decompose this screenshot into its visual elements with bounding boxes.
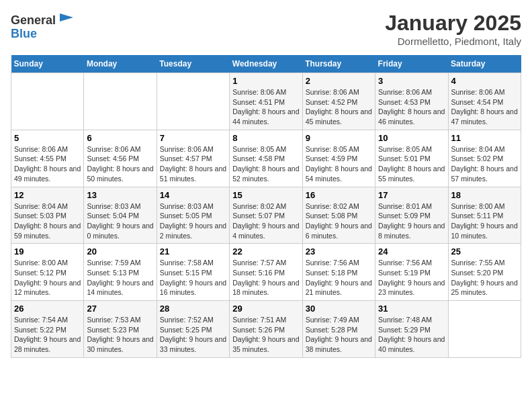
calendar-cell: 25Sunrise: 7:55 AM Sunset: 5:20 PM Dayli…	[448, 244, 521, 301]
page-header: General Blue January 2025 Dormelletto, P…	[11, 11, 521, 47]
title-block: January 2025 Dormelletto, Piedmont, Ital…	[385, 11, 521, 47]
logo-general-text: General	[11, 13, 56, 28]
day-number: 16	[306, 190, 372, 200]
day-info: Sunrise: 8:00 AM Sunset: 5:12 PM Dayligh…	[14, 258, 81, 298]
calendar-cell: 20Sunrise: 7:59 AM Sunset: 5:13 PM Dayli…	[84, 244, 157, 301]
day-info: Sunrise: 8:05 AM Sunset: 4:58 PM Dayligh…	[232, 144, 299, 184]
day-info: Sunrise: 8:06 AM Sunset: 4:54 PM Dayligh…	[451, 87, 518, 127]
day-info: Sunrise: 8:05 AM Sunset: 4:59 PM Dayligh…	[306, 144, 372, 184]
calendar-cell: 21Sunrise: 7:58 AM Sunset: 5:15 PM Dayli…	[157, 244, 229, 301]
calendar-cell: 19Sunrise: 8:00 AM Sunset: 5:12 PM Dayli…	[11, 244, 84, 301]
day-info: Sunrise: 8:06 AM Sunset: 4:55 PM Dayligh…	[14, 144, 81, 184]
day-info: Sunrise: 7:56 AM Sunset: 5:18 PM Dayligh…	[306, 258, 372, 298]
day-info: Sunrise: 8:04 AM Sunset: 5:03 PM Dayligh…	[14, 201, 81, 241]
day-number: 17	[378, 190, 445, 200]
week-row-2: 5Sunrise: 8:06 AM Sunset: 4:55 PM Daylig…	[11, 130, 521, 187]
logo: General Blue	[11, 11, 76, 41]
day-info: Sunrise: 8:00 AM Sunset: 5:11 PM Dayligh…	[451, 201, 518, 241]
calendar-cell: 24Sunrise: 7:56 AM Sunset: 5:19 PM Dayli…	[375, 244, 448, 301]
calendar-cell: 8Sunrise: 8:05 AM Sunset: 4:58 PM Daylig…	[230, 130, 302, 187]
day-number: 23	[306, 246, 372, 257]
subtitle: Dormelletto, Piedmont, Italy	[385, 36, 521, 47]
calendar-cell	[84, 73, 157, 130]
day-number: 29	[232, 304, 299, 314]
week-row-1: 1Sunrise: 8:06 AM Sunset: 4:51 PM Daylig…	[11, 73, 521, 130]
calendar-cell: 28Sunrise: 7:52 AM Sunset: 5:25 PM Dayli…	[157, 301, 229, 358]
calendar-cell: 9Sunrise: 8:05 AM Sunset: 4:59 PM Daylig…	[302, 130, 375, 187]
calendar-cell: 7Sunrise: 8:06 AM Sunset: 4:57 PM Daylig…	[157, 130, 229, 187]
day-info: Sunrise: 8:02 AM Sunset: 5:07 PM Dayligh…	[232, 201, 299, 241]
day-info: Sunrise: 8:01 AM Sunset: 5:09 PM Dayligh…	[378, 201, 445, 241]
day-info: Sunrise: 7:51 AM Sunset: 5:26 PM Dayligh…	[232, 315, 299, 355]
day-number: 8	[232, 133, 299, 143]
calendar-cell: 5Sunrise: 8:06 AM Sunset: 4:55 PM Daylig…	[11, 130, 84, 187]
calendar-cell: 2Sunrise: 8:06 AM Sunset: 4:52 PM Daylig…	[302, 73, 375, 130]
day-number: 1	[232, 76, 299, 86]
day-info: Sunrise: 7:54 AM Sunset: 5:22 PM Dayligh…	[14, 315, 81, 355]
day-info: Sunrise: 8:04 AM Sunset: 5:02 PM Dayligh…	[451, 144, 518, 184]
day-number: 12	[14, 190, 81, 200]
calendar-cell: 14Sunrise: 8:03 AM Sunset: 5:05 PM Dayli…	[157, 187, 229, 244]
calendar-cell: 3Sunrise: 8:06 AM Sunset: 4:53 PM Daylig…	[375, 73, 448, 130]
calendar-cell: 1Sunrise: 8:06 AM Sunset: 4:51 PM Daylig…	[230, 73, 302, 130]
day-info: Sunrise: 8:03 AM Sunset: 5:05 PM Dayligh…	[160, 201, 226, 241]
day-info: Sunrise: 8:06 AM Sunset: 4:52 PM Dayligh…	[306, 87, 372, 127]
day-number: 14	[160, 190, 226, 200]
logo-flag-icon	[57, 11, 76, 30]
calendar-cell: 26Sunrise: 7:54 AM Sunset: 5:22 PM Dayli…	[11, 301, 84, 358]
day-info: Sunrise: 7:59 AM Sunset: 5:13 PM Dayligh…	[87, 258, 153, 298]
day-number: 28	[160, 304, 226, 314]
day-number: 7	[160, 133, 226, 143]
header-row: SundayMondayTuesdayWednesdayThursdayFrid…	[11, 55, 521, 73]
day-info: Sunrise: 7:57 AM Sunset: 5:16 PM Dayligh…	[232, 258, 299, 298]
day-number: 25	[451, 246, 518, 257]
calendar-cell: 12Sunrise: 8:04 AM Sunset: 5:03 PM Dayli…	[11, 187, 84, 244]
day-number: 9	[306, 133, 372, 143]
day-number: 20	[87, 246, 153, 257]
day-number: 3	[378, 76, 445, 86]
calendar-cell: 6Sunrise: 8:06 AM Sunset: 4:56 PM Daylig…	[84, 130, 157, 187]
week-row-4: 19Sunrise: 8:00 AM Sunset: 5:12 PM Dayli…	[11, 244, 521, 301]
day-number: 22	[232, 246, 299, 257]
day-info: Sunrise: 7:53 AM Sunset: 5:23 PM Dayligh…	[87, 315, 153, 355]
day-info: Sunrise: 8:06 AM Sunset: 4:53 PM Dayligh…	[378, 87, 445, 127]
calendar-cell: 23Sunrise: 7:56 AM Sunset: 5:18 PM Dayli…	[302, 244, 375, 301]
day-number: 19	[14, 246, 81, 257]
day-number: 15	[232, 190, 299, 200]
day-info: Sunrise: 7:55 AM Sunset: 5:20 PM Dayligh…	[451, 258, 518, 298]
day-info: Sunrise: 8:05 AM Sunset: 5:01 PM Dayligh…	[378, 144, 445, 184]
header-day-monday: Monday	[84, 55, 157, 73]
day-info: Sunrise: 7:52 AM Sunset: 5:25 PM Dayligh…	[160, 315, 226, 355]
day-info: Sunrise: 7:56 AM Sunset: 5:19 PM Dayligh…	[378, 258, 445, 298]
day-info: Sunrise: 8:06 AM Sunset: 4:56 PM Dayligh…	[87, 144, 153, 184]
calendar-cell: 27Sunrise: 7:53 AM Sunset: 5:23 PM Dayli…	[84, 301, 157, 358]
svg-marker-0	[60, 13, 73, 21]
header-day-wednesday: Wednesday	[230, 55, 302, 73]
calendar-cell: 4Sunrise: 8:06 AM Sunset: 4:54 PM Daylig…	[448, 73, 521, 130]
day-number: 5	[14, 133, 81, 143]
calendar-cell: 29Sunrise: 7:51 AM Sunset: 5:26 PM Dayli…	[230, 301, 302, 358]
day-number: 30	[306, 304, 372, 314]
calendar-cell	[157, 73, 229, 130]
day-number: 24	[378, 246, 445, 257]
day-number: 6	[87, 133, 153, 143]
week-row-3: 12Sunrise: 8:04 AM Sunset: 5:03 PM Dayli…	[11, 187, 521, 244]
day-number: 4	[451, 76, 518, 86]
calendar-table: SundayMondayTuesdayWednesdayThursdayFrid…	[11, 55, 521, 358]
calendar-cell: 30Sunrise: 7:49 AM Sunset: 5:28 PM Dayli…	[302, 301, 375, 358]
day-info: Sunrise: 8:06 AM Sunset: 4:51 PM Dayligh…	[232, 87, 299, 127]
calendar-cell	[11, 73, 84, 130]
day-number: 13	[87, 190, 153, 200]
day-number: 27	[87, 304, 153, 314]
calendar-cell: 18Sunrise: 8:00 AM Sunset: 5:11 PM Dayli…	[448, 187, 521, 244]
day-info: Sunrise: 7:49 AM Sunset: 5:28 PM Dayligh…	[306, 315, 372, 355]
calendar-cell: 13Sunrise: 8:03 AM Sunset: 5:04 PM Dayli…	[84, 187, 157, 244]
day-info: Sunrise: 8:06 AM Sunset: 4:57 PM Dayligh…	[160, 144, 226, 184]
day-number: 2	[306, 76, 372, 86]
calendar-header: SundayMondayTuesdayWednesdayThursdayFrid…	[11, 55, 521, 73]
header-day-tuesday: Tuesday	[157, 55, 229, 73]
day-number: 21	[160, 246, 226, 257]
day-info: Sunrise: 8:02 AM Sunset: 5:08 PM Dayligh…	[306, 201, 372, 241]
header-day-friday: Friday	[375, 55, 448, 73]
calendar-cell: 17Sunrise: 8:01 AM Sunset: 5:09 PM Dayli…	[375, 187, 448, 244]
